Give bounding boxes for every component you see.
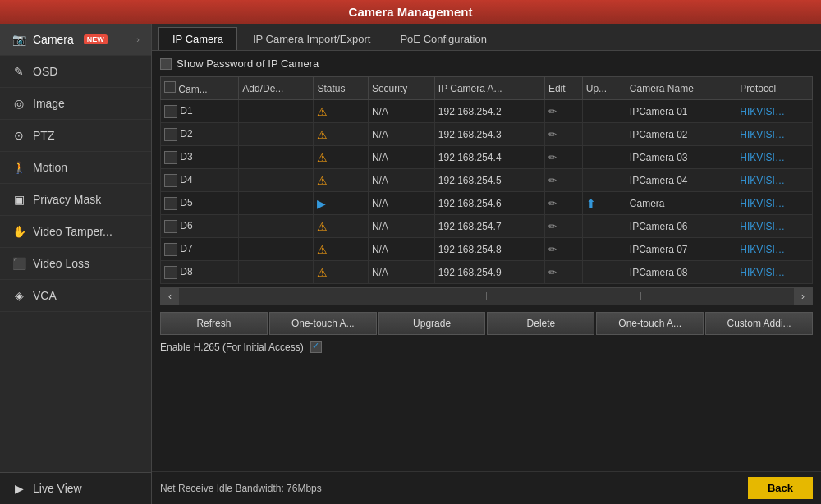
liveview-icon: ▶ — [11, 481, 26, 496]
cell-edit[interactable]: ✏ — [544, 261, 582, 284]
col-header-edit: Edit — [544, 77, 582, 100]
cell-status: ⚠ — [314, 261, 368, 284]
cell-protocol: HIKVISI… — [736, 169, 813, 192]
edit-icon[interactable]: ✏ — [548, 221, 557, 232]
sidebar-item-osd[interactable]: ✎ OSD — [0, 56, 151, 88]
cell-cam-id: D2 — [161, 123, 239, 146]
sidebar: 📷 Camera NEW › ✎ OSD ◎ Image ⊙ PTZ 🚶 Mot… — [0, 24, 152, 504]
scroll-track[interactable] — [179, 288, 794, 305]
cell-edit[interactable]: ✏ — [544, 146, 582, 169]
delete-button[interactable]: Delete — [487, 312, 594, 335]
cell-ip: 192.168.254.5 — [434, 169, 544, 192]
sidebar-item-label: Video Tamper... — [33, 225, 112, 238]
row-checkbox[interactable] — [164, 174, 177, 187]
cell-addde: — — [239, 238, 314, 261]
sidebar-item-video-loss[interactable]: ⬛ Video Loss — [0, 248, 151, 280]
motion-icon: 🚶 — [11, 160, 26, 175]
tab-ip-camera[interactable]: IP Camera — [158, 27, 237, 50]
edit-icon[interactable]: ✏ — [548, 244, 557, 255]
custom-add-button[interactable]: Custom Addi... — [705, 312, 813, 335]
vca-icon: ◈ — [11, 288, 26, 303]
status-warning-icon: ⚠ — [317, 220, 328, 233]
row-checkbox[interactable] — [164, 105, 177, 118]
cell-name: IPCamera 08 — [626, 261, 736, 284]
chevron-right-icon: › — [136, 34, 140, 44]
cell-ip: 192.168.254.6 — [434, 192, 544, 215]
camera-id: D1 — [180, 105, 192, 117]
content-body: Show Password of IP Camera Cam... Add/De… — [152, 51, 821, 471]
up-dash: — — [586, 106, 596, 117]
cell-addde: — — [239, 123, 314, 146]
cell-edit[interactable]: ✏ — [544, 100, 582, 123]
camera-id: D3 — [180, 151, 192, 163]
refresh-button[interactable]: Refresh — [160, 312, 268, 335]
cell-edit[interactable]: ✏ — [544, 238, 582, 261]
cell-ip: 192.168.254.7 — [434, 215, 544, 238]
cell-cam-id: D4 — [161, 169, 239, 192]
sidebar-item-label: PTZ — [33, 129, 54, 142]
sidebar-item-privacy-mask[interactable]: ▣ Privacy Mask — [0, 184, 151, 216]
cell-edit[interactable]: ✏ — [544, 215, 582, 238]
cell-status: ⚠ — [314, 238, 368, 261]
table-row: D1 — ⚠ N/A 192.168.254.2 ✏ — IPCamera 01… — [161, 100, 813, 123]
horizontal-scrollbar[interactable]: ‹ › — [160, 287, 813, 305]
row-checkbox[interactable] — [164, 243, 177, 256]
one-touch-add-button-1[interactable]: One-touch A... — [269, 312, 377, 335]
cell-name: IPCamera 01 — [626, 100, 736, 123]
edit-icon[interactable]: ✏ — [548, 198, 557, 209]
scroll-right-button[interactable]: › — [794, 287, 812, 305]
sidebar-item-camera[interactable]: 📷 Camera NEW › — [0, 24, 151, 56]
sidebar-item-label: Camera — [33, 33, 74, 46]
cell-edit[interactable]: ✏ — [544, 192, 582, 215]
sidebar-item-ptz[interactable]: ⊙ PTZ — [0, 120, 151, 152]
camera-id: D2 — [180, 128, 192, 140]
cell-cam-id: D5 — [161, 192, 239, 215]
edit-icon[interactable]: ✏ — [548, 129, 557, 140]
sidebar-liveview-label: Live View — [33, 482, 82, 495]
row-checkbox[interactable] — [164, 266, 177, 279]
sidebar-item-image[interactable]: ◎ Image — [0, 88, 151, 120]
up-dash: — — [586, 175, 596, 186]
col-header-name: Camera Name — [626, 77, 736, 100]
upgrade-button[interactable]: Upgrade — [378, 312, 486, 335]
cell-ip: 192.168.254.2 — [434, 100, 544, 123]
camera-table: Cam... Add/De... Status Security IP Came… — [160, 76, 813, 284]
row-checkbox[interactable] — [164, 128, 177, 141]
edit-icon[interactable]: ✏ — [548, 267, 557, 278]
cell-up: — — [582, 123, 626, 146]
one-touch-add-button-2[interactable]: One-touch A... — [596, 312, 704, 335]
sidebar-item-video-tamper[interactable]: ✋ Video Tamper... — [0, 216, 151, 248]
scroll-mark — [486, 292, 487, 300]
row-checkbox[interactable] — [164, 197, 177, 210]
cell-ip: 192.168.254.4 — [434, 146, 544, 169]
status-warning-icon: ⚠ — [317, 128, 328, 141]
cell-edit[interactable]: ✏ — [544, 169, 582, 192]
edit-icon[interactable]: ✏ — [548, 152, 557, 163]
window-title: Camera Management — [349, 5, 473, 19]
cell-addde: — — [239, 215, 314, 238]
sidebar-item-motion[interactable]: 🚶 Motion — [0, 152, 151, 184]
content-area: IP Camera IP Camera Import/Export PoE Co… — [152, 24, 821, 504]
show-password-checkbox[interactable] — [160, 58, 172, 70]
sidebar-item-liveview[interactable]: ▶ Live View — [0, 472, 151, 504]
row-checkbox[interactable] — [164, 151, 177, 164]
back-button[interactable]: Back — [748, 477, 813, 499]
cell-ip: 192.168.254.3 — [434, 123, 544, 146]
edit-icon[interactable]: ✏ — [548, 175, 557, 186]
edit-icon[interactable]: ✏ — [548, 106, 557, 117]
tab-poe-config[interactable]: PoE Configuration — [386, 27, 501, 50]
h265-checkbox[interactable] — [310, 341, 322, 353]
sidebar-item-vca[interactable]: ◈ VCA — [0, 280, 151, 312]
status-warning-icon: ⚠ — [317, 151, 328, 164]
cell-up: — — [582, 238, 626, 261]
sidebar-item-label: OSD — [33, 65, 57, 78]
tab-ip-camera-import[interactable]: IP Camera Import/Export — [239, 27, 385, 50]
row-checkbox[interactable] — [164, 220, 177, 233]
sidebar-item-label: Privacy Mask — [33, 193, 101, 206]
action-buttons-row: Refresh One-touch A... Upgrade Delete On… — [160, 312, 813, 335]
select-all-checkbox[interactable] — [164, 81, 176, 93]
cell-edit[interactable]: ✏ — [544, 123, 582, 146]
up-dash: — — [586, 129, 596, 140]
tamper-icon: ✋ — [11, 224, 26, 239]
scroll-left-button[interactable]: ‹ — [161, 287, 179, 305]
